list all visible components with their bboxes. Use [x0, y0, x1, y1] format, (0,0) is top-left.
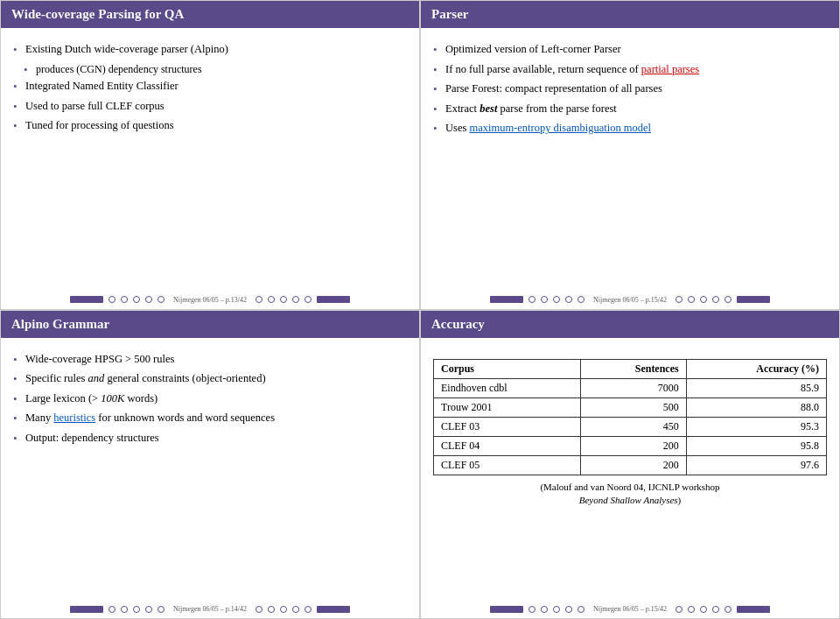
footer-dot [145, 606, 152, 613]
footer-dot [268, 606, 275, 613]
table-row: CLEF 04 200 95.8 [434, 436, 827, 455]
slide-2-content: Optimized version of Left-corner Parser … [421, 37, 839, 146]
slide-1: Wide-coverage Parsing for QA Existing Du… [0, 0, 420, 310]
footer-dot [304, 296, 312, 303]
footer-dot [304, 606, 312, 613]
footer-dot [145, 296, 152, 303]
slide-1-bullets: Existing Dutch wide-coverage parser (Alp… [13, 42, 407, 134]
slide-4-footer: Nijmegen 06/05 – p.15/42 [421, 605, 839, 613]
footer-dot [292, 606, 299, 613]
list-item: Used to parse full CLEF corpus [13, 99, 407, 115]
slide-4-content: Corpus Sentences Accuracy (%) Eindhoven … [421, 347, 839, 513]
footer-dot [528, 606, 536, 613]
slide-3-title: Alpino Grammar [1, 311, 419, 338]
cell-sentences: 7000 [580, 378, 686, 397]
highlight-maxent: maximum-entropy disambiguation model [469, 122, 651, 134]
footer-dot [565, 606, 572, 613]
cell-corpus: CLEF 05 [434, 455, 581, 475]
cell-corpus: CLEF 03 [434, 417, 581, 436]
footer-dot [700, 606, 707, 613]
cell-sentences: 450 [580, 417, 686, 436]
highlight-heuristics: heuristics [53, 411, 95, 424]
footer-dot [256, 296, 262, 303]
list-item: Optimized version of Left-corner Parser [433, 42, 827, 58]
table-row: CLEF 03 450 95.3 [434, 417, 827, 436]
list-item: Uses maximum-entropy disambiguation mode… [433, 121, 827, 137]
slide-3-bullets: Wide-coverage HPSG > 500 rules Specific … [13, 352, 407, 447]
footer-dot [121, 296, 128, 303]
list-item: Many heuristics for unknown words and wo… [13, 411, 407, 426]
list-item: Extract best parse from the parse forest [433, 102, 827, 117]
table-row: Trouw 2001 500 88.0 [434, 397, 827, 417]
footer-dot [280, 606, 287, 613]
slide-2-footer: Nijmegen 06/05 – p.15/42 [421, 296, 839, 304]
footer-dot [133, 606, 140, 613]
slide-1-content: Existing Dutch wide-coverage parser (Alp… [1, 37, 419, 144]
text-best: best [480, 102, 497, 115]
footer-bar [70, 296, 103, 303]
cell-accuracy: 88.0 [686, 397, 826, 417]
footer-bar [317, 296, 350, 303]
slide-1-footer: Nijmegen 06/05 – p.13/42 [1, 296, 419, 304]
footer-dot [256, 606, 262, 613]
footer-dot [133, 296, 140, 303]
footer-page-text: Nijmegen 06/05 – p.15/42 [593, 605, 667, 613]
text-and: and [88, 372, 105, 384]
list-item: Tuned for processing of questions [13, 118, 407, 134]
cell-accuracy: 95.3 [686, 417, 826, 436]
accuracy-table: Corpus Sentences Accuracy (%) Eindhoven … [433, 359, 827, 475]
cell-accuracy: 85.9 [686, 378, 826, 397]
footer-bar [317, 606, 350, 613]
footer-dot [108, 606, 116, 613]
footer-page-text: Nijmegen 06/05 – p.14/42 [173, 605, 247, 613]
footer-dot [676, 296, 682, 303]
list-item: Output: dependency structures [13, 431, 407, 447]
slide-2: Parser Optimized version of Left-corner … [420, 0, 840, 310]
list-item: Specific rules and general constraints (… [13, 371, 407, 387]
text-math: 100K [101, 392, 124, 404]
list-item: Existing Dutch wide-coverage parser (Alp… [13, 42, 407, 58]
slide-2-title: Parser [421, 1, 839, 28]
footer-dot [565, 296, 572, 303]
footer-dot [724, 296, 732, 303]
cell-corpus: CLEF 04 [434, 436, 581, 455]
footer-dot [712, 606, 719, 613]
footer-bar [737, 606, 770, 613]
footer-dot [676, 606, 682, 613]
table-note-italic: Beyond Shallow Analyses [579, 495, 678, 505]
footer-dot [688, 296, 695, 303]
list-item: Wide-coverage HPSG > 500 rules [13, 352, 407, 368]
footer-page-text: Nijmegen 06/05 – p.15/42 [593, 296, 667, 304]
footer-bar [737, 296, 770, 303]
footer-dot [688, 606, 695, 613]
slide-3-content: Wide-coverage HPSG > 500 rules Specific … [1, 347, 419, 456]
footer-page-text: Nijmegen 06/05 – p.13/42 [173, 296, 247, 304]
list-item: Integrated Named Entity Classifier [13, 79, 407, 95]
footer-dot [578, 606, 584, 613]
highlight-partial-parses: partial parses [641, 63, 699, 75]
footer-dot [292, 296, 299, 303]
slide-3-footer: Nijmegen 06/05 – p.14/42 [1, 605, 419, 613]
footer-dot [578, 296, 584, 303]
footer-bar [490, 606, 523, 613]
slide-grid: Wide-coverage Parsing for QA Existing Du… [0, 0, 840, 619]
footer-dot [158, 296, 164, 303]
table-row: CLEF 05 200 97.6 [434, 455, 827, 475]
cell-accuracy: 95.8 [686, 436, 826, 455]
slide-1-title: Wide-coverage Parsing for QA [1, 1, 419, 28]
table-row: Eindhoven cdbl 7000 85.9 [434, 378, 827, 397]
footer-dot [121, 606, 128, 613]
cell-accuracy: 97.6 [686, 455, 826, 475]
slide-2-bullets: Optimized version of Left-corner Parser … [433, 42, 827, 137]
slide-4: Accuracy Corpus Sentences Accuracy (%) E… [420, 310, 840, 620]
footer-bar [490, 296, 523, 303]
accuracy-table-body: Eindhoven cdbl 7000 85.9 Trouw 2001 500 … [434, 378, 827, 475]
slide-4-title: Accuracy [421, 311, 839, 338]
col-header-corpus: Corpus [434, 359, 581, 378]
footer-dot [553, 606, 560, 613]
footer-dot [268, 296, 275, 303]
footer-dot [528, 296, 536, 303]
footer-dot [553, 296, 560, 303]
footer-bar [70, 606, 103, 613]
list-item: produces (CGN) dependency structures [13, 62, 407, 77]
